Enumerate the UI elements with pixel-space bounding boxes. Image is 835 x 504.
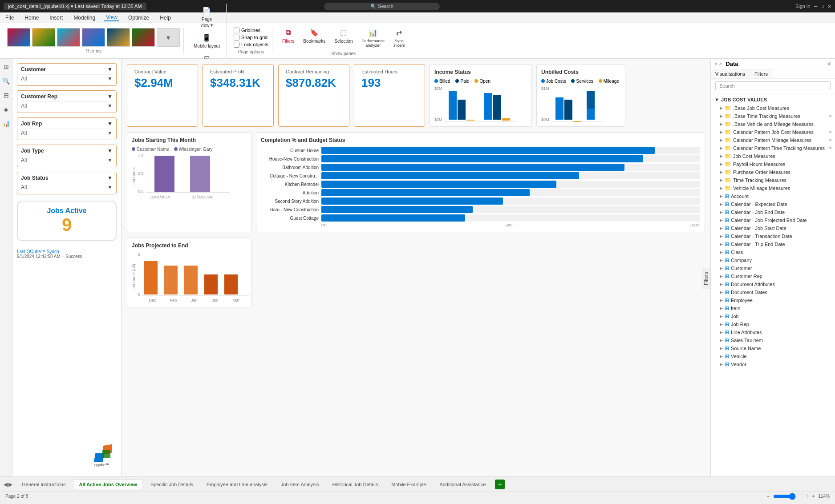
tree-table-job[interactable]: ▶ ⊞ Job	[711, 312, 835, 320]
lock-checkbox[interactable]: Lock objects	[234, 42, 268, 48]
filters-btn[interactable]: ⧉ Filters	[280, 25, 297, 49]
window-minimize[interactable]: ─	[814, 4, 818, 9]
menu-help[interactable]: Help	[158, 15, 173, 21]
customer-rep-filter-chevron[interactable]: ▼	[107, 93, 113, 100]
tree-folder-base-vehicle[interactable]: ▶ 📁 .Base Vehicle and Mileage Measures	[711, 120, 835, 128]
jobs-starting-bars-svg	[146, 153, 230, 194]
tree-table-doc-dates[interactable]: ▶ ⊞ Document Dates	[711, 288, 835, 296]
tree-table-vehicle[interactable]: ▶ ⊞ Vehicle	[711, 352, 835, 360]
tab-all-active-jobs[interactable]: All Active Jobs Overview	[73, 480, 142, 489]
tab-mobile[interactable]: Mobile Example	[385, 480, 432, 489]
menu-view[interactable]: View	[104, 14, 119, 21]
job-rep-filter-chevron[interactable]: ▼	[107, 121, 113, 127]
menu-file[interactable]: File	[4, 15, 16, 21]
job-status-expand[interactable]: ▼	[107, 184, 113, 190]
tab-job-item[interactable]: Job Item Analysis	[275, 480, 325, 489]
tree-folder-base-time[interactable]: ▶ 📁 .Base Time Tracking Measures ≡	[711, 112, 835, 120]
sidebar-data-icon[interactable]: ⊟	[2, 91, 11, 100]
sign-in[interactable]: Sign in	[795, 4, 811, 9]
theme-swatch-6[interactable]	[132, 28, 155, 47]
tree-table-vendor[interactable]: ▶ ⊞ Vendor	[711, 360, 835, 368]
job-type-expand[interactable]: ▼	[107, 157, 113, 163]
tree-table-cal-job-proj[interactable]: ▶ ⊞ Calendar - Job Projected End Date	[711, 216, 835, 224]
tree-table-doc-attrs[interactable]: ▶ ⊞ Document Attributes	[711, 280, 835, 288]
window-close[interactable]: ✕	[827, 4, 831, 9]
tree-table-customer-rep[interactable]: ▶ ⊞ Customer Rep	[711, 272, 835, 280]
tree-table-class[interactable]: ▶ ⊞ Class	[711, 248, 835, 256]
filters-tab[interactable]: Filters	[750, 69, 772, 78]
tree-table-employee[interactable]: ▶ ⊞ Employee	[711, 296, 835, 304]
menu-home[interactable]: Home	[23, 15, 41, 21]
tree-table-line-attrs[interactable]: ▶ ⊞ Line Attributes	[711, 328, 835, 336]
job-status-filter-chevron[interactable]: ▼	[107, 175, 113, 181]
bookmarks-btn[interactable]: 🔖 Bookmarks	[300, 25, 328, 49]
tab-specific-job[interactable]: Specific Job Details	[145, 480, 199, 489]
kpi-estimated-hours: Estimated Hours 193	[354, 64, 425, 127]
tree-table-source-name[interactable]: ▶ ⊞ Source Name	[711, 344, 835, 352]
customer-filter-expand[interactable]: ▼	[107, 76, 113, 82]
zoom-slider[interactable]	[773, 493, 809, 500]
sidebar-search-icon[interactable]: 🔍	[2, 77, 11, 85]
snap-checkbox[interactable]: Snap to grid	[234, 35, 268, 40]
tab-next[interactable]: ▶	[8, 481, 12, 488]
theme-swatch-more[interactable]: ▾	[157, 28, 180, 47]
theme-swatch-2[interactable]	[32, 28, 55, 47]
job-type-filter-chevron[interactable]: ▼	[107, 148, 113, 154]
theme-swatch-4[interactable]	[82, 28, 105, 47]
visualizations-tab[interactable]: Visualizations	[711, 69, 750, 78]
menu-optimize[interactable]: Optimize	[126, 15, 151, 21]
tree-table-account[interactable]: ▶ ⊞ Account	[711, 192, 835, 200]
page-view-btn[interactable]: 📄 Page view ▾	[198, 4, 216, 29]
tree-table-job-rep[interactable]: ▶ ⊞ Job Rep	[711, 320, 835, 328]
filters-side-tab[interactable]: Filters	[702, 268, 710, 289]
add-tab-button[interactable]: +	[495, 480, 505, 489]
sidebar-home-icon[interactable]: ⊞	[2, 62, 11, 71]
customer-filter-chevron[interactable]: ▼	[107, 66, 113, 73]
collapse-left-arrow[interactable]: «	[714, 61, 717, 67]
tree-folder-vehicle[interactable]: ▶ 📁 Vehicle Mileage Measures	[711, 184, 835, 192]
tree-folder-po[interactable]: ▶ 📁 Purchase Order Measures	[711, 168, 835, 176]
tree-folder-cal-mileage[interactable]: ▶ 📁 Calendar Pattern Mileage Measures ≡	[711, 136, 835, 144]
tree-root[interactable]: ▼ JOB COST VALUES	[711, 95, 835, 104]
tree-folder-job-cost[interactable]: ▶ 📁 Job Cost Measures	[711, 152, 835, 160]
mobile-layout-btn[interactable]: 📱 Mobile layout	[191, 30, 223, 50]
sidebar-visual-icon[interactable]: 📊	[2, 119, 11, 128]
tree-folder-time[interactable]: ▶ 📁 Time Tracking Measures	[711, 176, 835, 184]
gridlines-checkbox[interactable]: Gridlines	[234, 28, 268, 33]
right-panel-close[interactable]: ✕	[827, 61, 831, 67]
collapse-right-arrow[interactable]: «	[719, 61, 722, 67]
tree-table-cal-trans[interactable]: ▶ ⊞ Calendar - Transaction Date	[711, 232, 835, 240]
tab-historical[interactable]: Historical Job Details	[326, 480, 384, 489]
active-tab[interactable]: job_cost_detail_(qqube10.x) ▾ Last saved…	[4, 3, 146, 10]
tree-table-sales-tax[interactable]: ▶ ⊞ Sales Tax Item	[711, 336, 835, 344]
theme-swatch-5[interactable]	[107, 28, 130, 47]
tab-additional[interactable]: Additional Assistance	[434, 480, 491, 489]
tree-folder-base-job[interactable]: ▶ 📁 .Base Job Cost Measures	[711, 104, 835, 112]
tab-general-instructions[interactable]: General Instructions	[16, 480, 71, 489]
selection-btn[interactable]: ⬚ Selection	[332, 25, 355, 49]
window-restore[interactable]: □	[821, 4, 824, 9]
right-panel-search-input[interactable]	[715, 81, 831, 90]
tree-table-cal-expected[interactable]: ▶ ⊞ Calendar - Expected Date	[711, 200, 835, 208]
theme-swatch-3[interactable]	[57, 28, 80, 47]
tree-folder-payroll[interactable]: ▶ 📁 Payroll Hours Measures	[711, 160, 835, 168]
tab-employee-time[interactable]: Employee and time analysis	[201, 480, 273, 489]
menu-insert[interactable]: Insert	[48, 15, 65, 21]
tree-folder-cal-job-cost[interactable]: ▶ 📁 Calendar Pattern Job Cost Measures ≡	[711, 128, 835, 136]
performance-btn[interactable]: 📊 Performanceanalyzer	[359, 25, 387, 49]
theme-swatch-1[interactable]	[7, 28, 30, 47]
tree-table-cal-job-end[interactable]: ▶ ⊞ Calendar - Job End Date	[711, 208, 835, 216]
title-search-bar[interactable]: 🔍 Search	[324, 3, 440, 10]
tree-table-customer[interactable]: ▶ ⊞ Customer	[711, 264, 835, 272]
customer-rep-expand[interactable]: ▼	[107, 103, 113, 109]
menu-modeling[interactable]: Modeling	[72, 15, 97, 21]
tree-table-cal-trip[interactable]: ▶ ⊞ Calendar - Trip End Date	[711, 240, 835, 248]
job-rep-expand[interactable]: ▼	[107, 130, 113, 136]
sync-slicers-btn[interactable]: ⇄ Syncslicers	[391, 25, 408, 49]
tree-table-item[interactable]: ▶ ⊞ Item	[711, 304, 835, 312]
tree-table-company[interactable]: ▶ ⊞ Company	[711, 256, 835, 264]
tree-table-cal-job-start[interactable]: ▶ ⊞ Calendar - Job Start Date	[711, 224, 835, 232]
tab-prev[interactable]: ◀	[4, 481, 8, 488]
tree-folder-cal-time[interactable]: ▶ 📁 Calendar Pattern Time Tracking Measu…	[711, 144, 835, 152]
sidebar-model-icon[interactable]: ◈	[2, 105, 11, 114]
